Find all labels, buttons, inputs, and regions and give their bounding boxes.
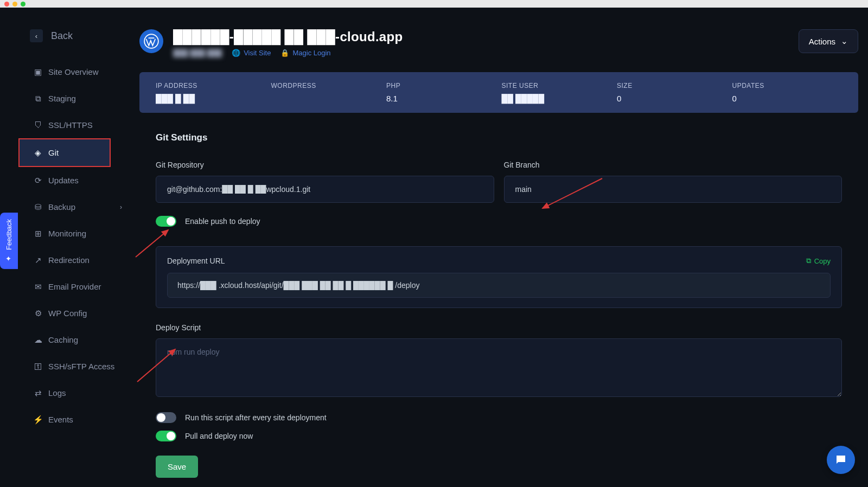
sidebar-item-backup[interactable]: ⛁ Backup › [0,194,133,220]
deployment-url-value[interactable]: https://███ .xcloud.host/api/git/███ ███… [167,273,831,298]
save-button[interactable]: Save [156,456,198,478]
push-to-deploy-toggle[interactable] [156,216,176,227]
swap-icon: ⇄ [34,389,42,398]
info-value: 0 [732,94,843,103]
git-repo-field-group: Git Repository [156,161,494,203]
deployment-url-label: Deployment URL [167,257,225,265]
cloud-icon: ☁ [34,336,42,344]
info-value: ███ █ ██ [156,94,266,103]
sidebar-item-email[interactable]: ✉ Email Provider [0,273,133,300]
wordpress-logo [139,29,163,53]
info-label: UPDATES [732,82,843,89]
magic-login-link[interactable]: 🔒 Magic Login [280,49,330,57]
git-settings-panel: Git Settings Git Repository Git Branch E… [139,132,858,487]
sidebar-item-label: Caching [48,335,78,344]
back-row[interactable]: ‹ Back [0,29,133,59]
sidebar-item-staging[interactable]: ⧉ Staging [0,85,133,112]
toggle-label: Enable push to deploy [185,217,260,226]
back-button[interactable]: ‹ [30,29,43,42]
monitor-icon: ⊞ [34,229,42,238]
copy-icon: ⧉ [806,257,811,265]
sparkle-icon: ✦ [5,254,13,262]
sidebar-item-ssl[interactable]: ⛉ SSL/HTTPS [0,112,133,138]
window-chrome [0,0,868,8]
copy-button[interactable]: ⧉ Copy [806,257,831,265]
settings-icon: ⚙ [34,309,42,318]
git-repo-input[interactable] [156,176,494,203]
info-value: 8.1 [386,94,496,103]
git-icon: ◈ [34,149,42,157]
feedback-label: Feedback [5,219,13,250]
window-maximize-button[interactable] [21,2,25,7]
sidebar: ‹ Back ▣ Site Overview ⧉ Staging ⛉ SSL/H… [0,8,133,487]
info-label: WORDPRESS [271,82,381,89]
panel-title: Git Settings [156,132,842,143]
chat-icon [834,453,847,466]
chevron-down-icon: ⌄ [841,36,848,46]
site-info-strip: IP ADDRESS ███ █ ██ WORDPRESS PHP 8.1 SI… [139,72,858,113]
sidebar-item-label: Site Overview [48,67,99,76]
shield-icon: ⛉ [34,121,42,130]
pull-deploy-now-toggle-row: Pull and deploy now [156,431,842,441]
info-cell-updates: UPDATES 0 [732,82,843,103]
run-after-deploy-toggle[interactable] [156,412,176,423]
refresh-icon: ⟳ [34,176,42,185]
header-sub-line: ███ ███ ███ 🌐 Visit Site 🔒 Magic Login [173,49,789,57]
sidebar-item-label: Staging [48,94,76,103]
chat-fab[interactable] [827,446,855,474]
field-label: Git Branch [504,161,843,169]
deploy-script-textarea[interactable] [156,338,842,397]
info-cell-wordpress: WORDPRESS [271,82,381,103]
sidebar-item-logs[interactable]: ⇄ Logs [0,380,133,406]
window-close-button[interactable] [4,2,9,7]
layout-icon: ▣ [34,68,42,76]
repo-branch-row: Git Repository Git Branch [156,161,842,203]
copy-label: Copy [814,257,831,265]
visit-site-label: Visit Site [244,49,271,57]
sidebar-item-label: WP Config [48,309,87,318]
info-cell-php: PHP 8.1 [386,82,496,103]
sidebar-item-git[interactable]: ◈ Git [18,138,111,167]
site-title-block: ██████-█████ ██ ███-cloud.app ███ ███ ██… [173,29,789,57]
info-value: 0 [617,94,727,103]
sidebar-nav: ▣ Site Overview ⧉ Staging ⛉ SSL/HTTPS ◈ … [0,59,133,433]
feedback-tab[interactable]: ✦ Feedback [0,213,18,269]
toggle-label: Pull and deploy now [185,432,253,440]
sidebar-item-caching[interactable]: ☁ Caching [0,326,133,353]
sidebar-item-redirection[interactable]: ↗ Redirection [0,247,133,273]
sidebar-item-monitoring[interactable]: ⊞ Monitoring [0,220,133,247]
visit-site-link[interactable]: 🌐 Visit Site [232,49,271,57]
sidebar-item-wpconfig[interactable]: ⚙ WP Config [0,300,133,326]
info-label: IP ADDRESS [156,82,266,89]
activity-icon: ⚡ [34,415,42,424]
info-label: SITE USER [502,82,612,89]
magic-login-label: Magic Login [292,49,330,57]
git-branch-input[interactable] [504,176,843,203]
deploy-script-group: Deploy Script [156,323,842,399]
field-label: Deploy Script [156,323,842,332]
field-label: Git Repository [156,161,494,169]
key-icon: ⚿ [34,362,42,371]
layers-icon: ⧉ [34,94,42,103]
sidebar-item-label: Git [48,148,59,157]
info-value: ██ █████ [502,94,612,103]
sidebar-item-label: Events [48,415,73,424]
actions-dropdown-button[interactable]: Actions ⌄ [799,29,858,53]
database-icon: ⛁ [34,203,42,212]
chevron-left-icon: ‹ [35,32,37,40]
pull-deploy-now-toggle[interactable] [156,431,176,441]
mail-icon: ✉ [34,283,42,291]
sidebar-item-overview[interactable]: ▣ Site Overview [0,59,133,85]
sidebar-item-label: Logs [48,388,66,398]
main-content: ██████-█████ ██ ███-cloud.app ███ ███ ██… [133,8,868,487]
window-minimize-button[interactable] [12,2,17,7]
sidebar-item-events[interactable]: ⚡ Events [0,406,133,433]
chevron-right-icon: › [120,203,122,211]
run-after-deploy-toggle-row: Run this script after every site deploym… [156,412,842,423]
push-to-deploy-toggle-row: Enable push to deploy [156,216,842,227]
sidebar-item-ssh[interactable]: ⚿ SSH/sFTP Access [0,353,133,380]
sidebar-item-updates[interactable]: ⟳ Updates [0,167,133,194]
deployment-url-header: Deployment URL ⧉ Copy [167,257,831,265]
lock-icon: 🔒 [280,49,289,57]
info-cell-user: SITE USER ██ █████ [502,82,612,103]
